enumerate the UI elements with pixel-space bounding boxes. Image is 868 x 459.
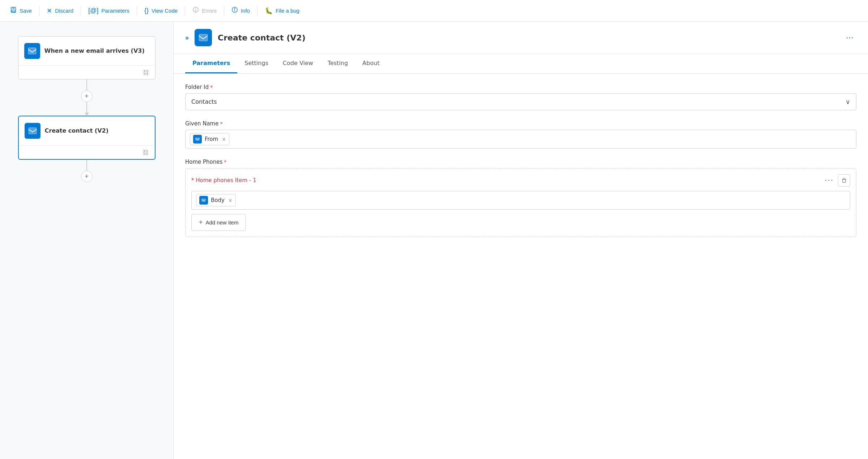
view-code-button[interactable]: {} View Code <box>140 5 182 17</box>
save-label: Save <box>20 8 32 14</box>
required-star-phones: * <box>224 159 226 165</box>
svg-rect-13 <box>199 34 207 41</box>
discard-icon: ✕ <box>47 7 52 15</box>
save-icon <box>10 7 17 15</box>
main-layout: When a new email arrives (V3) ⛓ + <box>0 22 868 459</box>
body-token-close[interactable]: × <box>228 197 233 203</box>
view-code-label: View Code <box>152 8 178 14</box>
home-phones-delete-button[interactable] <box>838 174 850 186</box>
separator4 <box>185 6 185 16</box>
separator2 <box>81 6 81 16</box>
home-phones-more-button[interactable]: ··· <box>825 176 834 185</box>
detail-panel: » Create contact (V2) ··· Parameters Set… <box>174 22 868 459</box>
errors-label: Errors <box>202 8 217 14</box>
detail-tabs: Parameters Settings Code View Testing Ab… <box>174 54 868 74</box>
separator3 <box>137 6 137 16</box>
flow-node-1[interactable]: When a new email arrives (V3) ⛓ <box>18 36 156 80</box>
link-icon-2: ⛓ <box>142 149 149 156</box>
flow-node-2-icon <box>25 123 41 139</box>
tab-about[interactable]: About <box>355 54 387 73</box>
flow-node-1-title: When a new email arrives (V3) <box>44 47 145 55</box>
home-phones-group: Home Phones * * Home phones Item - 1 ··· <box>185 159 856 237</box>
view-code-icon: {} <box>144 7 149 14</box>
detail-header: » Create contact (V2) ··· <box>174 22 868 54</box>
folder-id-select[interactable]: Contacts ∨ <box>185 93 856 110</box>
link-icon-1: ⛓ <box>143 69 149 76</box>
tab-testing[interactable]: Testing <box>320 54 355 73</box>
errors-icon <box>192 7 199 15</box>
from-token-close[interactable]: × <box>222 136 226 142</box>
required-star-folder: * <box>210 84 213 90</box>
file-bug-button[interactable]: 🐛 File a bug <box>260 5 304 17</box>
bug-icon: 🐛 <box>265 7 273 15</box>
required-star-name: * <box>220 121 222 126</box>
home-phones-token-field[interactable]: Body × <box>191 191 850 210</box>
separator <box>39 6 39 16</box>
detail-title: Create contact (V2) <box>218 33 837 42</box>
home-phones-item-header: * Home phones Item - 1 ··· <box>191 174 850 186</box>
flow-connector-1: + <box>81 80 93 116</box>
from-token: From × <box>190 133 229 145</box>
toolbar: Save ✕ Discard [@] Parameters {} View Co… <box>0 0 868 22</box>
connector-line-2 <box>86 102 87 113</box>
save-button[interactable]: Save <box>6 4 36 17</box>
given-name-field[interactable]: From × <box>185 130 856 149</box>
info-label: Info <box>241 8 250 14</box>
plus-icon: + <box>199 219 203 226</box>
flow-node-1-header: When a new email arrives (V3) <box>18 37 155 65</box>
flow-node-2-header: Create contact (V2) <box>19 116 155 145</box>
parameters-button[interactable]: [@] Parameters <box>84 5 134 17</box>
from-token-icon <box>193 135 202 143</box>
detail-icon <box>195 29 212 46</box>
parameters-icon: [@] <box>88 7 98 14</box>
svg-rect-11 <box>29 128 37 134</box>
svg-rect-1 <box>12 7 14 9</box>
home-phones-item-title: * Home phones Item - 1 <box>191 177 256 184</box>
home-phones-label: Home Phones * <box>185 159 856 165</box>
flow-node-2-footer: ⛓ <box>19 145 155 159</box>
connector-line-3 <box>86 160 87 171</box>
svg-rect-2 <box>12 10 15 12</box>
svg-point-5 <box>195 10 196 11</box>
svg-rect-19 <box>201 198 206 202</box>
info-button[interactable]: Info <box>227 4 254 17</box>
info-icon <box>231 7 238 15</box>
discard-button[interactable]: ✕ Discard <box>42 5 78 17</box>
given-name-label: Given Name * <box>185 120 856 127</box>
from-token-text: From <box>205 136 218 142</box>
folder-id-value: Contacts <box>191 98 217 105</box>
detail-more-button[interactable]: ··· <box>843 32 856 44</box>
discard-label: Discard <box>55 8 73 14</box>
add-new-item-button[interactable]: + Add new item <box>191 214 246 231</box>
flow-node-2[interactable]: Create contact (V2) ⛓ <box>18 116 156 160</box>
svg-rect-16 <box>843 179 846 183</box>
body-token: Body × <box>196 194 236 206</box>
svg-point-8 <box>234 8 235 9</box>
separator5 <box>224 6 224 16</box>
connector-line-1 <box>86 80 87 90</box>
body-token-text: Body <box>211 197 225 203</box>
file-bug-label: File a bug <box>276 8 299 14</box>
tab-code-view[interactable]: Code View <box>276 54 320 73</box>
detail-content: Folder Id * Contacts ∨ Given Name * <box>174 74 868 247</box>
given-name-group: Given Name * From × <box>185 120 856 149</box>
folder-id-group: Folder Id * Contacts ∨ <box>185 84 856 110</box>
parameters-label: Parameters <box>101 8 129 14</box>
collapse-button[interactable]: » <box>185 34 189 42</box>
add-between-button[interactable]: + <box>81 90 93 102</box>
errors-button[interactable]: Errors <box>188 4 221 17</box>
separator6 <box>257 6 258 16</box>
svg-rect-15 <box>195 137 200 141</box>
tab-parameters[interactable]: Parameters <box>185 54 237 73</box>
folder-id-label: Folder Id * <box>185 84 856 90</box>
add-bottom-button[interactable]: + <box>81 171 93 182</box>
flow-canvas: When a new email arrives (V3) ⛓ + <box>0 22 174 459</box>
home-phones-item-actions: ··· <box>825 174 850 186</box>
flow-node-1-footer: ⛓ <box>18 65 155 79</box>
arrow-down <box>85 113 89 116</box>
flow-connector-2: + <box>81 160 93 182</box>
body-token-icon <box>199 196 208 205</box>
add-new-item-label: Add new item <box>206 219 239 226</box>
home-phones-outer: * Home phones Item - 1 ··· <box>185 168 856 237</box>
tab-settings[interactable]: Settings <box>237 54 276 73</box>
